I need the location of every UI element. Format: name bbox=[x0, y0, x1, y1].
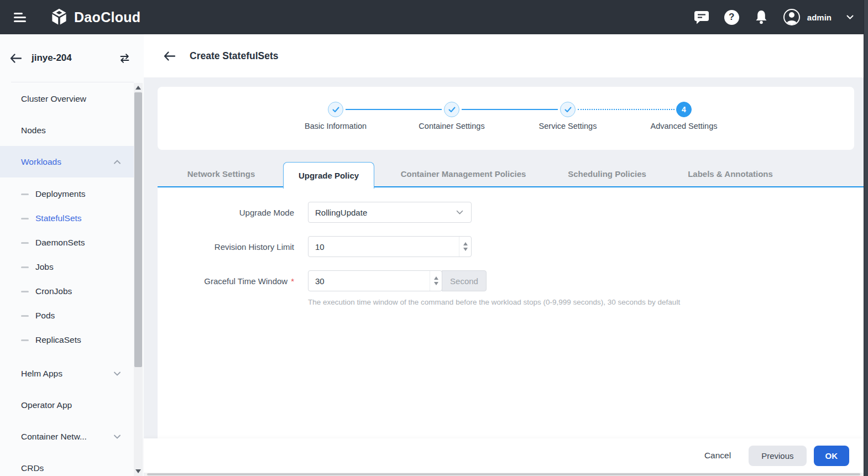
step-connector bbox=[462, 109, 558, 110]
daocloud-cube-icon bbox=[49, 7, 69, 27]
notification-bell-icon[interactable] bbox=[754, 9, 768, 25]
back-icon[interactable] bbox=[164, 51, 175, 61]
sidebar-item-container-network[interactable]: Container Netw... bbox=[0, 421, 134, 452]
sidebar-nav: Cluster Overview Nodes Workloads Deploym… bbox=[0, 83, 134, 476]
revision-history-limit-input[interactable] bbox=[308, 236, 472, 257]
chevron-down-icon bbox=[114, 435, 121, 439]
chevron-down-icon bbox=[114, 372, 121, 376]
sidebar-item-cluster-overview[interactable]: Cluster Overview bbox=[0, 83, 134, 114]
sidebar-item-pods[interactable]: Pods bbox=[0, 304, 134, 328]
sidebar-item-jobs[interactable]: Jobs bbox=[0, 255, 134, 279]
back-icon[interactable] bbox=[10, 54, 22, 63]
stepper: 4 Basic Information Container Settings S… bbox=[158, 87, 854, 150]
graceful-time-window-label: Graceful Time Window * bbox=[158, 270, 294, 291]
footer-action-bar: Cancel Previous OK bbox=[144, 438, 864, 473]
tab-bar: Network Settings Upgrade Policy Containe… bbox=[158, 162, 864, 187]
chevron-up-icon bbox=[114, 160, 121, 164]
tab-upgrade-policy[interactable]: Upgrade Policy bbox=[283, 162, 374, 189]
help-icon[interactable]: ? bbox=[724, 10, 739, 25]
sidebar-scrollbar-thumb[interactable] bbox=[134, 92, 142, 367]
cancel-button[interactable]: Cancel bbox=[694, 451, 741, 461]
sidebar-item-replicasets[interactable]: ReplicaSets bbox=[0, 328, 134, 352]
dash-icon bbox=[21, 193, 29, 195]
user-avatar[interactable] bbox=[783, 9, 800, 25]
dash-icon bbox=[21, 291, 29, 292]
main-area: Create StatefulSets 4 Basic Information … bbox=[144, 34, 864, 476]
tab-network-settings[interactable]: Network Settings bbox=[187, 162, 255, 186]
dash-icon bbox=[21, 242, 29, 244]
step-label-advanced-settings: Advanced Settings bbox=[623, 122, 745, 130]
step-1-complete-icon[interactable] bbox=[328, 102, 343, 117]
sidebar-item-daemonsets[interactable]: DaemonSets bbox=[0, 231, 134, 255]
sidebar-item-nodes[interactable]: Nodes bbox=[0, 114, 134, 146]
sidebar-item-crds[interactable]: CRDs bbox=[0, 452, 134, 476]
ok-button[interactable]: OK bbox=[814, 446, 850, 466]
step-label-container-settings: Container Settings bbox=[391, 122, 513, 130]
sidebar-scrollbar[interactable] bbox=[134, 83, 143, 476]
upgrade-mode-label: Upgrade Mode bbox=[158, 202, 294, 223]
brand-logo[interactable]: DaoCloud bbox=[49, 7, 140, 27]
sidebar: jinye-204 Cluster Overview Nodes Workloa… bbox=[0, 34, 144, 476]
sidebar-item-workloads[interactable]: Workloads bbox=[0, 146, 134, 177]
number-stepper[interactable] bbox=[459, 237, 471, 257]
step-label-basic-information: Basic Information bbox=[275, 122, 396, 130]
dash-icon bbox=[21, 315, 29, 317]
tab-container-management-policies[interactable]: Container Management Policies bbox=[401, 162, 526, 186]
message-icon[interactable] bbox=[694, 10, 709, 24]
sidebar-divider bbox=[11, 82, 134, 82]
sidebar-item-statefulsets[interactable]: StatefulSets bbox=[0, 206, 134, 231]
cluster-name: jinye-204 bbox=[32, 53, 72, 64]
dash-icon bbox=[21, 339, 29, 341]
step-2-complete-icon[interactable] bbox=[444, 102, 459, 117]
page-title: Create StatefulSets bbox=[190, 50, 278, 62]
graceful-time-window-help: The execution time window of the command… bbox=[308, 298, 680, 306]
step-3-complete-icon[interactable] bbox=[560, 102, 576, 117]
scroll-up-arrow-icon[interactable] bbox=[135, 86, 141, 90]
tab-labels-annotations[interactable]: Labels & Annotations bbox=[688, 162, 773, 186]
stepper-down-icon[interactable] bbox=[434, 282, 438, 285]
stepper-up-icon[interactable] bbox=[463, 242, 468, 245]
previous-button[interactable]: Previous bbox=[749, 446, 806, 466]
switch-cluster-icon[interactable] bbox=[119, 53, 130, 64]
horizontal-scrollbar-thumb[interactable] bbox=[147, 473, 860, 475]
upgrade-mode-select[interactable] bbox=[308, 202, 472, 223]
upgrade-policy-panel: Upgrade Mode Revision History Limit Grac… bbox=[158, 187, 864, 438]
tab-scheduling-policies[interactable]: Scheduling Policies bbox=[568, 162, 646, 186]
graceful-time-window-input[interactable] bbox=[308, 270, 442, 291]
sidebar-item-helm-apps[interactable]: Helm Apps bbox=[0, 358, 134, 389]
horizontal-scrollbar[interactable] bbox=[145, 473, 864, 476]
sidebar-item-cronjobs[interactable]: CronJobs bbox=[0, 279, 134, 304]
step-label-service-settings: Service Settings bbox=[507, 122, 629, 130]
user-name: admin bbox=[807, 13, 832, 22]
user-menu-chevron-down-icon[interactable] bbox=[846, 15, 854, 20]
required-asterisk: * bbox=[291, 276, 294, 286]
page-vertical-scrollbar[interactable] bbox=[864, 0, 868, 476]
sidebar-item-operator-app[interactable]: Operator App bbox=[0, 389, 134, 421]
topbar: DaoCloud ? admin bbox=[0, 0, 868, 34]
sidebar-item-deployments[interactable]: Deployments bbox=[0, 182, 134, 206]
step-4-current-icon[interactable]: 4 bbox=[676, 102, 692, 117]
hamburger-menu-icon[interactable] bbox=[14, 11, 26, 24]
brand-name: DaoCloud bbox=[74, 9, 140, 25]
dash-icon bbox=[21, 218, 29, 219]
stepper-down-icon[interactable] bbox=[463, 248, 468, 251]
unit-addon: Second bbox=[442, 270, 487, 291]
revision-history-limit-label: Revision History Limit bbox=[158, 236, 294, 257]
app-window: DaoCloud ? admin bbox=[0, 0, 868, 476]
sidebar-header: jinye-204 bbox=[0, 34, 144, 82]
stepper-up-icon[interactable] bbox=[434, 276, 438, 280]
number-stepper[interactable] bbox=[430, 271, 442, 291]
step-connector bbox=[346, 109, 442, 110]
step-connector-dotted bbox=[578, 109, 674, 110]
dash-icon bbox=[21, 266, 29, 268]
scroll-down-arrow-icon[interactable] bbox=[135, 469, 141, 473]
page-header: Create StatefulSets bbox=[144, 34, 864, 77]
